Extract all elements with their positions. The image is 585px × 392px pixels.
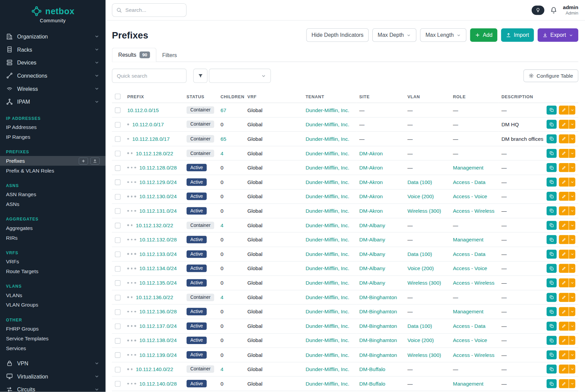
children-link[interactable]: 67 bbox=[220, 107, 226, 113]
row-dropdown-button[interactable] bbox=[569, 120, 575, 129]
prefix-link[interactable]: 10.112.128.0/17 bbox=[132, 136, 170, 142]
edit-button[interactable] bbox=[559, 235, 569, 244]
children-link[interactable]: 4 bbox=[220, 222, 223, 228]
vlan-link[interactable]: Data (100) bbox=[407, 179, 432, 185]
sidebar-item-prefix-vlan-roles[interactable]: Prefix & VLAN Roles bbox=[0, 166, 106, 176]
prefix-link[interactable]: 10.112.135.0/24 bbox=[139, 280, 177, 286]
select-all-checkbox[interactable] bbox=[115, 94, 121, 99]
tenant-link[interactable]: Dunder-Mifflin, Inc. bbox=[305, 237, 349, 243]
edit-button[interactable] bbox=[559, 278, 569, 287]
copy-button[interactable] bbox=[547, 192, 557, 201]
row-dropdown-button[interactable] bbox=[569, 163, 575, 172]
edit-button[interactable] bbox=[559, 178, 569, 187]
copy-button[interactable] bbox=[547, 307, 557, 316]
row-checkbox[interactable] bbox=[115, 237, 121, 243]
row-checkbox[interactable] bbox=[115, 165, 121, 171]
sidebar-item-vpn[interactable]: VPN bbox=[0, 357, 106, 370]
edit-button[interactable] bbox=[559, 336, 569, 345]
prefix-link[interactable]: 10.112.128.0/28 bbox=[139, 165, 177, 171]
prefix-link[interactable]: 10.112.128.0/22 bbox=[136, 150, 173, 156]
tenant-link[interactable]: Dunder-Mifflin, Inc. bbox=[305, 122, 349, 128]
configure-table-button[interactable]: Configure Table bbox=[524, 70, 578, 82]
row-checkbox[interactable] bbox=[115, 352, 121, 358]
site-link[interactable]: DM-Akron bbox=[359, 208, 383, 214]
site-link[interactable]: DM-Binghamton bbox=[359, 294, 397, 300]
sidebar-item-aggregates[interactable]: Aggregates bbox=[0, 223, 106, 233]
prefix-link[interactable]: 10.112.129.0/24 bbox=[139, 179, 177, 185]
theme-toggle-button[interactable] bbox=[532, 5, 544, 15]
role-link[interactable]: Management bbox=[453, 381, 483, 387]
hide-depth-indicators-button[interactable]: Hide Depth Indicators bbox=[306, 28, 369, 42]
site-link[interactable]: DM-Binghamton bbox=[359, 309, 397, 315]
vlan-link[interactable]: Data (100) bbox=[407, 323, 432, 329]
tenant-link[interactable]: Dunder-Mifflin, Inc. bbox=[305, 251, 349, 257]
role-link[interactable]: Access - Voice bbox=[453, 193, 487, 200]
prefix-link[interactable]: 10.112.136.0/28 bbox=[139, 309, 177, 315]
copy-button[interactable] bbox=[547, 221, 557, 230]
copy-button[interactable] bbox=[547, 350, 557, 360]
sidebar-item-services[interactable]: Services bbox=[0, 343, 106, 353]
prefix-link[interactable]: 10.112.132.0/28 bbox=[139, 237, 177, 243]
row-dropdown-button[interactable] bbox=[569, 221, 575, 230]
row-dropdown-button[interactable] bbox=[569, 365, 575, 374]
prefix-link[interactable]: 10.112.139.0/24 bbox=[139, 352, 177, 358]
row-checkbox[interactable] bbox=[115, 266, 121, 272]
tenant-link[interactable]: Dunder-Mifflin, Inc. bbox=[305, 381, 349, 387]
add-button[interactable]: Add bbox=[470, 28, 497, 42]
vlan-link[interactable]: Wireless (300) bbox=[407, 352, 441, 358]
row-checkbox[interactable] bbox=[115, 208, 121, 214]
row-checkbox[interactable] bbox=[115, 252, 121, 257]
row-dropdown-button[interactable] bbox=[569, 336, 575, 345]
sidebar-item-circuits[interactable]: Circuits bbox=[0, 383, 106, 392]
tenant-link[interactable]: Dunder-Mifflin, Inc. bbox=[305, 337, 349, 343]
row-checkbox[interactable] bbox=[115, 367, 121, 372]
tenant-link[interactable]: Dunder-Mifflin, Inc. bbox=[305, 136, 349, 142]
row-checkbox[interactable] bbox=[115, 309, 121, 315]
role-link[interactable]: Access - Wireless bbox=[453, 280, 495, 286]
copy-button[interactable] bbox=[547, 149, 557, 158]
edit-button[interactable] bbox=[559, 221, 569, 230]
row-dropdown-button[interactable] bbox=[569, 178, 575, 187]
col-header-vlan[interactable]: VLAN bbox=[404, 90, 450, 103]
copy-button[interactable] bbox=[547, 365, 557, 374]
row-checkbox[interactable] bbox=[115, 338, 121, 344]
sidebar-item-racks[interactable]: Racks bbox=[0, 43, 106, 56]
edit-button[interactable] bbox=[559, 206, 569, 215]
edit-button[interactable] bbox=[559, 120, 569, 129]
copy-button[interactable] bbox=[547, 264, 557, 273]
row-dropdown-button[interactable] bbox=[569, 379, 575, 388]
row-dropdown-button[interactable] bbox=[569, 192, 575, 201]
site-link[interactable]: DM-Buffalo bbox=[359, 366, 385, 372]
row-dropdown-button[interactable] bbox=[569, 293, 575, 302]
prefix-link[interactable]: 10.112.138.0/24 bbox=[139, 337, 177, 343]
sidebar-item-wireless[interactable]: Wireless bbox=[0, 82, 106, 95]
copy-button[interactable] bbox=[547, 178, 557, 187]
copy-button[interactable] bbox=[547, 206, 557, 215]
tenant-link[interactable]: Dunder-Mifflin, Inc. bbox=[305, 323, 349, 329]
row-checkbox[interactable] bbox=[115, 136, 121, 142]
col-header-children[interactable]: CHILDREN bbox=[217, 90, 244, 103]
tenant-link[interactable]: Dunder-Mifflin, Inc. bbox=[305, 366, 349, 372]
role-link[interactable]: Access - Wireless bbox=[453, 352, 495, 358]
col-header-vrf[interactable]: VRF bbox=[244, 90, 302, 103]
sidebar-item-rirs[interactable]: RIRs bbox=[0, 233, 106, 243]
vlan-link[interactable]: Data (100) bbox=[407, 251, 432, 257]
copy-button[interactable] bbox=[547, 293, 557, 302]
copy-button[interactable] bbox=[547, 250, 557, 259]
row-checkbox[interactable] bbox=[115, 180, 121, 185]
row-dropdown-button[interactable] bbox=[569, 264, 575, 273]
row-checkbox[interactable] bbox=[115, 280, 121, 286]
sidebar-item-ip-addresses[interactable]: IP Addresses bbox=[0, 123, 106, 132]
copy-button[interactable] bbox=[547, 235, 557, 244]
vlan-link[interactable]: Wireless (300) bbox=[407, 208, 441, 214]
prefix-link[interactable]: 10.112.130.0/24 bbox=[139, 193, 177, 200]
role-link[interactable]: Management bbox=[453, 165, 483, 171]
site-link[interactable]: DM-Albany bbox=[359, 280, 385, 286]
col-header-tenant[interactable]: TENANT bbox=[302, 90, 356, 103]
role-link[interactable]: Access - Wireless bbox=[453, 208, 495, 214]
quick-search-input[interactable] bbox=[112, 69, 187, 83]
sidebar-item-vrfs[interactable]: VRFs bbox=[0, 257, 106, 266]
row-checkbox[interactable] bbox=[115, 323, 121, 329]
row-dropdown-button[interactable] bbox=[569, 134, 575, 143]
edit-button[interactable] bbox=[559, 321, 569, 331]
